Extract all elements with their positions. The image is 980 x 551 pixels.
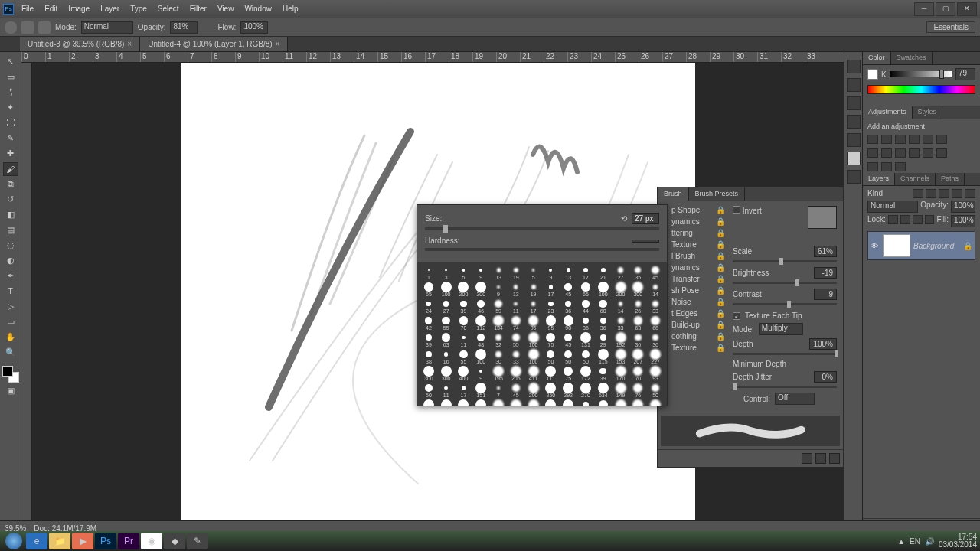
brush-preset[interactable]: 7: [490, 383, 507, 399]
tab-layers[interactable]: Layers: [863, 173, 895, 185]
brush-preset[interactable]: 50: [560, 349, 577, 365]
adj-poster[interactable]: [936, 148, 947, 158]
brush-preset[interactable]: 46: [472, 298, 489, 315]
brush-preset[interactable]: 31: [577, 399, 594, 406]
tab-color[interactable]: Color: [863, 52, 891, 64]
menu-layer[interactable]: Layer: [96, 3, 124, 15]
tab-brush[interactable]: Brush: [658, 187, 689, 201]
brush-preset[interactable]: 398: [647, 399, 664, 406]
brush-preset[interactable]: 200: [525, 383, 542, 399]
adj-exposure[interactable]: [909, 135, 920, 144]
lang-indicator[interactable]: EN: [910, 537, 920, 546]
brush-preset[interactable]: 55: [508, 332, 524, 348]
brush-preset[interactable]: 9: [543, 265, 560, 281]
marquee-tool[interactable]: ▭: [3, 70, 18, 84]
new-brush[interactable]: [815, 453, 826, 464]
brush-preset[interactable]: 39: [420, 332, 437, 348]
brush-preset[interactable]: 172: [577, 366, 594, 382]
brush-preset[interactable]: 11: [438, 383, 455, 399]
brush-preset[interactable]: 300: [438, 366, 455, 382]
brush-preset[interactable]: 17: [543, 282, 560, 298]
lock-pos[interactable]: [913, 215, 923, 224]
brush-option-texture[interactable]: Texture🔒: [661, 239, 724, 250]
brush-preset[interactable]: 192: [612, 332, 629, 348]
brush-option-wet-edges[interactable]: t Edges🔒: [661, 308, 724, 319]
brush-preset[interactable]: 90: [560, 315, 577, 331]
brush-preset[interactable]: 36: [577, 315, 594, 331]
brush-preset[interactable]: 468: [612, 399, 629, 406]
brush-preset[interactable]: 65: [420, 282, 437, 298]
tab-swatches[interactable]: Swatches: [891, 52, 933, 64]
close-button[interactable]: ✕: [957, 2, 977, 16]
color-wells[interactable]: [2, 366, 19, 383]
brush-preset[interactable]: 153: [472, 399, 489, 406]
pen-tool[interactable]: ✒: [3, 269, 18, 283]
adj-mixer[interactable]: [895, 148, 906, 158]
premiere-task[interactable]: Pr: [118, 533, 139, 549]
brush-preset[interactable]: 5: [525, 265, 542, 281]
brush-preset[interactable]: 30: [490, 349, 507, 365]
brush-preset[interactable]: 300: [629, 282, 646, 298]
brush-option-shape-dynamics[interactable]: ynamics🔒: [661, 216, 724, 227]
adj-vibrance[interactable]: [923, 135, 933, 144]
app-icon-1[interactable]: ◆: [164, 533, 185, 549]
brush-preset[interactable]: 200: [612, 282, 629, 298]
brightness-val[interactable]: -19: [814, 267, 837, 279]
brush-tool[interactable]: 🖌: [3, 162, 18, 176]
brush-preset[interactable]: 36: [647, 332, 664, 348]
brush-preset[interactable]: 45: [560, 332, 577, 348]
brush-preset[interactable]: 65: [577, 282, 594, 298]
close-tab-icon[interactable]: ×: [276, 40, 280, 48]
reset-icon[interactable]: ⟲: [621, 214, 627, 223]
contrast-slider[interactable]: [733, 303, 837, 305]
adj-levels[interactable]: [881, 135, 892, 144]
tab-styles[interactable]: Styles: [913, 106, 943, 119]
adj-curves[interactable]: [895, 135, 906, 144]
brush-preset[interactable]: 75: [560, 366, 577, 382]
brush-preset[interactable]: 195: [490, 366, 507, 382]
eyedropper-tool[interactable]: ✎: [3, 132, 18, 145]
quickmask-toggle[interactable]: ▣: [3, 384, 18, 398]
ie-icon[interactable]: e: [26, 533, 47, 549]
brush-preset[interactable]: 207: [629, 349, 646, 365]
menu-file[interactable]: File: [17, 3, 38, 15]
properties-panel-icon[interactable]: [847, 96, 861, 110]
brush-option-color-dynamics[interactable]: ynamics🔒: [661, 262, 724, 273]
brush-preset[interactable]: 63: [629, 315, 646, 331]
brush-preset[interactable]: 16: [438, 349, 455, 365]
brush-preset[interactable]: 36: [595, 315, 612, 331]
brush-preset[interactable]: 292: [560, 383, 577, 399]
brush-preset[interactable]: 115: [595, 349, 612, 365]
brush-preset[interactable]: 45: [560, 282, 577, 298]
system-tray[interactable]: ▲ EN 🔊 17:54 03/03/2014: [897, 533, 977, 549]
brush-preset[interactable]: 100: [420, 399, 437, 406]
brush-preset[interactable]: 300: [420, 366, 437, 382]
brush-preset[interactable]: 36: [560, 298, 577, 315]
filter-shape[interactable]: [952, 189, 962, 198]
brush-preset[interactable]: 76: [629, 383, 646, 399]
layer-filter-kind[interactable]: Kind: [867, 189, 910, 198]
brush-preset[interactable]: 33: [612, 315, 629, 331]
brush-preset[interactable]: 9: [472, 265, 489, 281]
character-panel-icon[interactable]: [847, 115, 861, 129]
wmp-icon[interactable]: ▶: [72, 533, 93, 549]
tab-channels[interactable]: Channels: [895, 173, 936, 185]
brush-preset[interactable]: 260: [456, 399, 472, 406]
brush-option-transfer[interactable]: Transfer🔒: [661, 273, 724, 285]
menu-image[interactable]: Image: [64, 3, 94, 15]
texmode-select[interactable]: Multiply: [759, 323, 803, 335]
size-slider[interactable]: [425, 227, 659, 230]
brush-preset[interactable]: 63: [438, 332, 455, 348]
filter-pixel[interactable]: [913, 189, 923, 198]
menu-window[interactable]: Window: [240, 3, 276, 15]
brush-preset[interactable]: 13: [560, 265, 577, 281]
hardness-field[interactable]: [632, 240, 659, 243]
opacity-field[interactable]: 81%: [170, 21, 198, 34]
tab-brush-presets[interactable]: Brush Presets: [689, 187, 746, 201]
paragraph-panel-icon[interactable]: [847, 133, 861, 147]
brush-preset[interactable]: 1: [420, 265, 437, 281]
brush-preset[interactable]: 149: [612, 383, 629, 399]
stamp-tool[interactable]: ⧉: [3, 178, 18, 191]
brush-option-smoothing[interactable]: oothing🔒: [661, 331, 724, 342]
brush-preset[interactable]: 45: [508, 383, 524, 399]
